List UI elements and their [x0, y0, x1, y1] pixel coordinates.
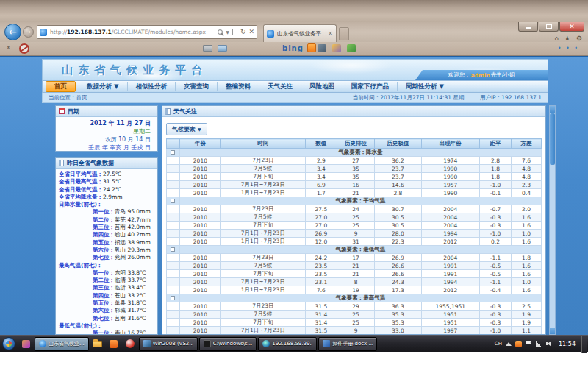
nav-item-3[interactable]: 灾害查询 [176, 82, 218, 91]
nav-item-1[interactable]: 数据分析 ▼ [79, 82, 128, 91]
action-center-icon[interactable] [526, 341, 532, 347]
section-header-row[interactable]: 气象要素：最低气温 [167, 246, 542, 254]
column-header[interactable]: 历史排位 [337, 139, 375, 149]
addon2-icon[interactable] [332, 44, 341, 52]
mail-icon[interactable] [218, 45, 227, 52]
addon1-icon[interactable] [318, 44, 326, 52]
table-cell: -1.0 [479, 327, 511, 335]
url-text[interactable]: http://192.168.137.1/GLCCLIMATE/modules/… [50, 29, 218, 35]
table-row[interactable]: 20107月1日~7月23日26.9928.01994-1.01.0 [167, 230, 542, 238]
table-row[interactable]: 20107月5候27.02530.52004-0.31.6 [167, 213, 542, 222]
section-header-row[interactable]: 气象要素：降水量 [167, 149, 542, 157]
nav-item-2[interactable]: 相似性分析 [128, 82, 176, 91]
taskbar-window-3[interactable]: 操作手册.docx ... [318, 337, 377, 351]
tray-expand-icon[interactable] [506, 342, 512, 346]
climate-element-button[interactable]: 气候要素 ▼ [166, 123, 207, 135]
column-header[interactable]: 数值 [305, 139, 337, 149]
nav-item-0[interactable]: 首页 [46, 81, 76, 92]
section-header-row[interactable]: 气象要素：平均气温 [167, 197, 542, 205]
start-button[interactable] [2, 337, 15, 350]
compatibility-icon[interactable] [232, 29, 237, 35]
stop-icon[interactable]: ✕ [248, 29, 254, 35]
table-row[interactable]: 20107月5候31.42535.31951-0.31.9 [167, 311, 542, 319]
taskbar-ie-window[interactable]: 山东省气候业... [35, 337, 89, 351]
table-row[interactable]: 20107月23日31.52936.31955,1951-0.32.5 [167, 302, 542, 311]
overflow-menu-icon[interactable]: • • • [558, 45, 579, 52]
pinned-app3-button[interactable] [123, 337, 137, 350]
nav-item-5[interactable]: 天气关注 [259, 82, 301, 91]
window-titlebar[interactable] [0, 0, 588, 22]
column-header[interactable]: 时间 [220, 139, 305, 149]
table-row[interactable]: 20107月23日27.52430.72004-0.72.0 [167, 205, 542, 213]
scrollbar-thumb[interactable] [550, 113, 555, 165]
table-row[interactable]: 20107月5候3.43523.719901.84.8 [167, 165, 542, 173]
section-checkbox[interactable] [171, 296, 175, 300]
section-header-row[interactable]: 气象要素：最高气温 [167, 294, 542, 302]
table-cell: 1.0 [512, 278, 542, 286]
address-bar[interactable]: http://192.168.137.1/GLCCLIMATE/modules/… [37, 25, 257, 39]
pinned-app2-button[interactable] [107, 337, 121, 350]
refresh-icon[interactable]: ↻ [240, 29, 246, 35]
scrollbar-up-arrow[interactable] [550, 106, 555, 113]
section-checkbox[interactable] [171, 150, 175, 155]
nav-item-4[interactable]: 整编资料 [218, 82, 259, 91]
table-row[interactable]: 20107月下旬31.42535.31951-0.31.9 [167, 319, 542, 327]
home-icon[interactable]: ⌂ [554, 35, 559, 42]
section-checkbox[interactable] [171, 199, 175, 203]
table-row[interactable]: 20101月1日~7月23日7.61917.32012-0.41.6 [167, 286, 542, 294]
minimize-button[interactable] [518, 22, 538, 32]
table-row[interactable]: 20107月下旬23.52126.61991-0.51.6 [167, 270, 542, 278]
tools-gear-icon[interactable]: ⚙ [576, 35, 582, 42]
language-indicator[interactable]: CH [495, 341, 502, 347]
table-row[interactable]: 20107月5候23.52126.61991-0.51.6 [167, 262, 542, 270]
page-scrollbar[interactable] [549, 105, 556, 335]
scrollbar-down-arrow[interactable] [550, 328, 555, 334]
network-icon[interactable] [536, 341, 542, 347]
dropdown-caret-icon[interactable]: ▼ [226, 29, 229, 35]
explorer-button[interactable] [90, 337, 105, 350]
table-row[interactable]: 20107月23日2.92736.219742.87.6 [167, 157, 542, 165]
table-row[interactable]: 20101月1日~7月23日12.03122.320120.21.6 [167, 238, 542, 246]
browser-tab[interactable]: 山东省气候业务平... ✕ [263, 24, 337, 42]
column-header[interactable]: 年份 [179, 139, 220, 149]
table-row[interactable]: 20101月1日~7月23日1.7212.81990-0.10.4 [167, 189, 542, 197]
table-cell: 27.5 [305, 205, 337, 213]
volume-icon[interactable] [546, 341, 553, 347]
table-cell: 1974 [421, 157, 479, 165]
forward-button[interactable]: → [23, 26, 34, 38]
search-icon[interactable] [218, 29, 223, 35]
table-row[interactable]: 20107月下旬27.02530.52004-0.31.6 [167, 222, 542, 230]
column-header[interactable]: 历史极值 [375, 139, 422, 149]
favorites-icon[interactable]: ★ [564, 35, 570, 42]
column-header[interactable]: 出现年份 [421, 139, 479, 149]
toolbar-close-button[interactable]: x [7, 44, 10, 51]
table-row[interactable]: 20107月1日~7月23日31.5933.01997-1.01.1 [167, 327, 542, 335]
bing-logo[interactable]: bing [282, 44, 304, 52]
column-header[interactable]: 方差 [512, 139, 542, 149]
table-row[interactable]: 20107月下旬3.43523.719901.84.8 [167, 173, 542, 181]
show-desktop-button[interactable] [581, 336, 587, 353]
table-row[interactable]: 20107月23日24.21726.92004-1.11.8 [167, 254, 542, 262]
nav-item-7[interactable]: 国家下行产品 [343, 82, 398, 91]
taskbar-window-0[interactable]: Win2008 (VS2... [139, 337, 198, 351]
tray-app-icon[interactable] [515, 341, 522, 347]
clock[interactable]: 11:54 [559, 341, 576, 347]
taskbar-window-2[interactable]: 192.168.59.99... [258, 337, 317, 351]
maximize-button[interactable] [539, 22, 559, 32]
new-tab-button[interactable] [339, 27, 349, 40]
addon-blocker-icon[interactable] [19, 43, 29, 54]
pinned-app-button[interactable] [18, 337, 33, 350]
tab-close-icon[interactable]: ✕ [328, 30, 333, 37]
column-header[interactable]: 距平 [479, 139, 511, 149]
card-icon[interactable] [203, 45, 212, 52]
close-button[interactable]: ✕ [559, 22, 584, 32]
taskbar-window-1[interactable]: C:\Windows\s... [199, 337, 257, 351]
addon3-icon[interactable] [347, 44, 356, 52]
back-button[interactable]: ← [4, 24, 21, 40]
nav-item-6[interactable]: 风险地图 [301, 82, 343, 91]
table-row[interactable]: 20107月1日~7月23日23.1824.31994-1.11.0 [167, 278, 542, 286]
section-checkbox[interactable] [171, 247, 175, 252]
table-row[interactable]: 20107月1日~7月23日6.91614.61957-1.02.3 [167, 181, 542, 189]
pinned-site-icon[interactable] [307, 43, 316, 52]
nav-item-8[interactable]: 周期性分析 ▼ [398, 82, 452, 91]
